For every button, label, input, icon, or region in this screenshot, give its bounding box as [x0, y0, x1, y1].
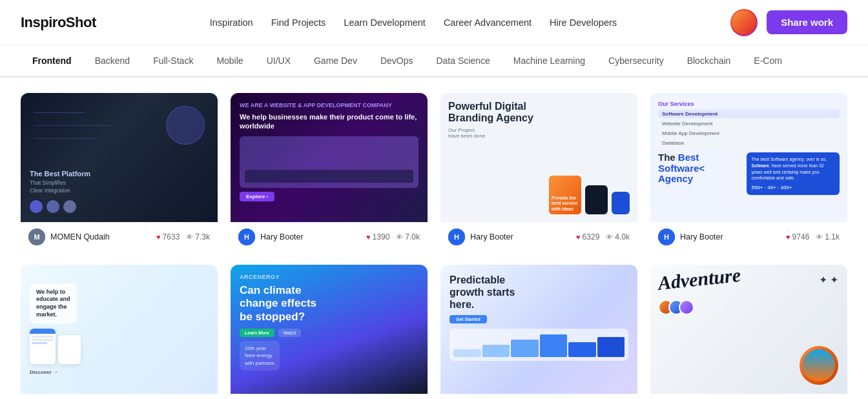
tab-frontend[interactable]: Frontend — [21, 45, 83, 77]
card-4[interactable]: Our Services Software Development Websit… — [650, 93, 847, 252]
heart-icon: ♥ — [156, 233, 161, 241]
card-4-author-name: Hary Booter — [680, 232, 723, 241]
eye-icon: 👁 — [606, 233, 613, 241]
avatar[interactable] — [730, 9, 758, 36]
card-2-likes: ♥ 1390 — [366, 232, 389, 241]
card-8[interactable]: Adventure ✦ ✦ H Ha — [650, 265, 847, 399]
card-3[interactable]: Powerful DigitalBranding Agency Our Proj… — [440, 93, 637, 252]
card-4-views: 👁 1.1k — [816, 232, 840, 241]
card-4-avatar: H — [658, 229, 675, 245]
card-4-thumbnail: Our Services Software Development Websit… — [650, 93, 847, 222]
card-1-author: M MOMEN Qudaih — [28, 229, 110, 245]
heart-icon: ♥ — [576, 233, 581, 241]
header: InspiroShot Inspiration Find Projects Le… — [0, 0, 868, 45]
card-1[interactable]: The Best Platform That SimplifiesClear I… — [21, 93, 218, 252]
card-7-thumbnail: Predictablegrowth startshere. Get Starte… — [440, 265, 637, 394]
tab-machinelearning[interactable]: Machine Learning — [502, 45, 597, 77]
card-1-stats: ♥ 7633 👁 7.3k — [156, 232, 210, 241]
card-5-meta: H Hary Booter ♥ 2841 👁 5.2k — [21, 394, 218, 399]
card-8-thumbnail: Adventure ✦ ✦ — [650, 265, 847, 394]
eye-icon: 👁 — [186, 233, 193, 241]
tab-fullstack[interactable]: Full-Stack — [141, 45, 205, 77]
card-1-avatar: M — [28, 229, 45, 245]
card-4-likes: ♥ 9746 — [786, 232, 809, 241]
heart-icon: ♥ — [786, 233, 790, 241]
card-3-author: H Hary Booter — [448, 229, 513, 245]
card-1-author-name: MOMEN Qudaih — [50, 232, 110, 241]
card-6-thumbnail: Arcenergy Can climatechange effectsbe st… — [231, 265, 428, 394]
tab-ecom[interactable]: E-Com — [742, 45, 794, 77]
tab-devops[interactable]: DevOps — [369, 45, 425, 77]
nav-learn-development[interactable]: Learn Development — [344, 17, 426, 28]
card-8-meta: H Hary Booter ♥ 2200 👁 2.9k — [650, 394, 847, 399]
main-content: The Best Platform That SimplifiesClear I… — [0, 77, 868, 399]
card-2-author: H Hary Booter — [238, 229, 304, 245]
tab-blockchain[interactable]: Blockchain — [676, 45, 743, 77]
card-3-likes: ♥ 6329 — [576, 232, 599, 241]
card-5[interactable]: We help toeducate andengage themarket. — [21, 265, 218, 399]
card-3-author-name: Hary Booter — [470, 232, 513, 241]
category-tabs: Frontend Backend Full-Stack Mobile UI/UX… — [0, 45, 868, 77]
card-3-thumbnail: Powerful DigitalBranding Agency Our Proj… — [440, 93, 637, 222]
nav-inspiration[interactable]: Inspiration — [210, 17, 253, 28]
card-2-author-name: Hary Booter — [260, 232, 304, 241]
card-3-meta: H Hary Booter ♥ 6329 👁 4.0k — [440, 222, 637, 252]
main-nav: Inspiration Find Projects Learn Developm… — [210, 17, 617, 28]
tab-backend[interactable]: Backend — [83, 45, 141, 77]
nav-hire-developers[interactable]: Hire Developers — [550, 17, 617, 28]
eye-icon: 👁 — [396, 233, 403, 241]
card-1-thumbnail: The Best Platform That SimplifiesClear I… — [21, 93, 218, 222]
svg-text:M: M — [34, 233, 39, 241]
card-3-avatar: H — [448, 229, 465, 245]
svg-text:H: H — [664, 233, 669, 241]
card-3-stats: ♥ 6329 👁 4.0k — [576, 232, 630, 241]
card-3-views: 👁 4.0k — [606, 232, 630, 241]
cards-grid: The Best Platform That SimplifiesClear I… — [21, 93, 847, 399]
card-2[interactable]: We are a website & app development compa… — [231, 93, 428, 252]
card-7[interactable]: Predictablegrowth startshere. Get Starte… — [440, 265, 637, 399]
card-4-stats: ♥ 9746 👁 1.1k — [786, 232, 840, 241]
card-2-thumbnail: We are a website & app development compa… — [231, 93, 428, 222]
eye-icon: 👁 — [816, 233, 823, 241]
tab-mobile[interactable]: Mobile — [205, 45, 254, 77]
card-2-avatar: H — [238, 229, 255, 245]
tab-datascience[interactable]: Data Science — [424, 45, 501, 77]
nav-career-advancement[interactable]: Career Advancement — [444, 17, 532, 28]
card-2-meta: H Hary Booter ♥ 1390 👁 7.0k — [231, 222, 428, 252]
card-6-meta: H Hary Booter ♥ 3120 👁 6.1k — [231, 394, 428, 399]
card-2-stats: ♥ 1390 👁 7.0k — [366, 232, 420, 241]
tab-cybersecurity[interactable]: Cybersecurity — [597, 45, 676, 77]
header-right: Share work — [730, 9, 847, 36]
card-1-meta: M MOMEN Qudaih ♥ 7633 👁 7.3k — [21, 222, 218, 252]
svg-text:H: H — [454, 233, 459, 241]
logo[interactable]: InspiroShot — [21, 14, 96, 31]
card-6[interactable]: Arcenergy Can climatechange effectsbe st… — [231, 265, 428, 399]
nav-find-projects[interactable]: Find Projects — [271, 17, 326, 28]
heart-icon: ♥ — [366, 233, 371, 241]
card-5-thumbnail: We help toeducate andengage themarket. — [21, 265, 218, 394]
tab-uiux[interactable]: UI/UX — [255, 45, 302, 77]
card-4-meta: H Hary Booter ♥ 9746 👁 1.1k — [650, 222, 847, 252]
card-2-views: 👁 7.0k — [396, 232, 420, 241]
card-7-meta: H Hary Booter ♥ 4800 👁 3.8k — [440, 394, 637, 399]
svg-text:H: H — [244, 233, 249, 241]
share-work-button[interactable]: Share work — [767, 10, 847, 34]
card-1-likes: ♥ 7633 — [156, 232, 180, 241]
tab-gamedev[interactable]: Game Dev — [302, 45, 369, 77]
card-1-views: 👁 7.3k — [186, 232, 210, 241]
card-4-author: H Hary Booter — [658, 229, 723, 245]
